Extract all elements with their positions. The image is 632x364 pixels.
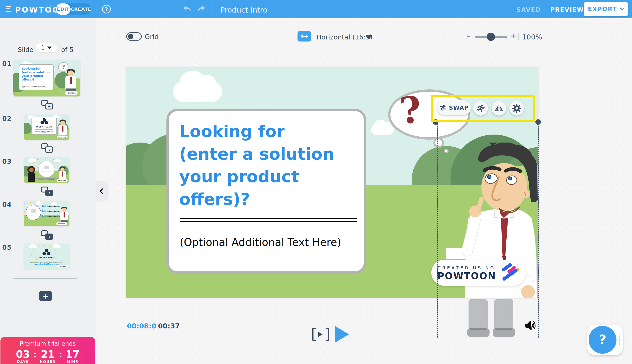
chevron-down-icon: [620, 6, 624, 10]
divider: [51, 5, 51, 14]
transition-button-4[interactable]: ➔: [41, 230, 53, 240]
orientation-dropdown[interactable]: Horizontal (16:9): [317, 33, 372, 41]
hamburger-menu-icon[interactable]: [6, 6, 12, 13]
thumb-insert-logo-label: INSERT LOGO: [24, 257, 69, 259]
cloud-graphic: [173, 82, 222, 102]
powtoon-watermark: POWTOON: [57, 264, 68, 268]
play-slide-button[interactable]: [326, 328, 329, 341]
trial-hours: 21HOURS: [40, 350, 56, 364]
play-slide-icon[interactable]: [318, 332, 323, 337]
edit-create-toggle[interactable]: EDIT CREATE: [56, 4, 91, 15]
transition-button-2[interactable]: ➔: [41, 143, 53, 153]
selection-handle[interactable]: [535, 119, 541, 125]
star-icon: ★: [56, 254, 58, 256]
zoom-slider-knob[interactable]: [487, 32, 495, 41]
transition-button-1[interactable]: ➔: [41, 100, 53, 110]
powtoon-watermark: POWTOON: [65, 91, 78, 95]
caret-down-icon[interactable]: [365, 35, 373, 40]
powtoon-watermark: POWTOON: [57, 179, 68, 182]
orientation-icon[interactable]: [297, 31, 311, 42]
thumb-point-row: 2Point number two: [42, 210, 61, 212]
add-slide-button[interactable]: +: [39, 291, 52, 301]
zoom-in-button[interactable]: +: [511, 32, 517, 40]
sidebar-collapse-button[interactable]: [96, 181, 108, 201]
help-fab-button[interactable]: ?: [589, 326, 616, 354]
help-icon[interactable]: ?: [102, 5, 111, 14]
play-slide-button[interactable]: [312, 328, 316, 341]
slide-count-label: of 5: [61, 46, 74, 54]
heading-line-1: Looking for: [179, 120, 285, 143]
colon: :: [33, 350, 37, 360]
trial-countdown: Premium trial ends 03DAYS : 21HOURS : 17…: [1, 337, 95, 364]
thumb-question-mark: ?: [62, 64, 65, 70]
thumb-heading-line: your product: [22, 74, 50, 78]
thumb-character-man: [60, 207, 68, 222]
grid-toggle[interactable]: [126, 32, 142, 40]
slide-number-3: 03: [2, 158, 12, 165]
thumb-heading-line: offers)?: [22, 78, 50, 82]
divider: [518, 33, 519, 40]
zoom-value: 100%: [522, 33, 542, 41]
export-button[interactable]: EXPORT: [584, 2, 628, 16]
slide-thumbnail-5[interactable]: ★★★★★★★★★ INSERT LOGO Would you like to …: [24, 244, 69, 269]
star-icon: ★: [34, 162, 36, 164]
flip-button[interactable]: [492, 101, 506, 116]
thumb-insert-image-label: INSERT IMAGE: [39, 170, 55, 172]
thought-bubble-small: [444, 149, 449, 153]
fab-drag-handle[interactable]: [619, 336, 620, 344]
slide-picker-label: Slide: [18, 46, 33, 54]
slide-number-5: 05: [2, 244, 12, 251]
badge-line1: CREATED USING: [437, 265, 496, 270]
thumb-subtext: Would you like to learn more about (prod…: [27, 261, 66, 263]
tab-edit[interactable]: EDIT: [56, 4, 71, 15]
swap-button[interactable]: SWAP: [437, 100, 471, 115]
leg-graphic: [469, 299, 488, 330]
slide-picker-dropdown[interactable]: 1: [36, 43, 57, 52]
divider: [97, 5, 97, 14]
star-icon: ★: [36, 201, 38, 203]
thumb-insert-image-circle: INSERT IMAGE: [38, 160, 55, 178]
transition-button-3[interactable]: ➔: [41, 186, 53, 196]
star-icon: ★: [37, 159, 39, 161]
trial-mins: 17MINS: [66, 350, 80, 364]
sidebar-divider: [13, 278, 77, 279]
transition-arrow-icon: ➔: [45, 190, 53, 196]
slide-thumbnail-2[interactable]: INSERT LOGO Insert a hook line about the…: [24, 114, 69, 140]
heading-line-3: your product: [179, 165, 299, 188]
undo-icon[interactable]: [183, 4, 192, 14]
powtoon-watermark: POWTOON: [56, 222, 67, 225]
shoe-graphic: [467, 328, 490, 337]
project-title[interactable]: Product Intro: [220, 6, 267, 14]
slide-thumbnail-4[interactable]: ★★★★★★★★ INSERT IMAGE 1Point number one …: [24, 201, 69, 226]
zoom-out-button[interactable]: [467, 36, 470, 37]
slide-number-1: 01: [2, 60, 12, 68]
powtoon-editor: POWTOON EDIT CREATE ? Product Intro SAVE…: [0, 0, 632, 364]
slide-thumbnail-3[interactable]: ★★★★★ INSERT IMAGE Introduce your produc…: [24, 157, 69, 183]
top-bar: POWTOON EDIT CREATE ? Product Intro SAVE…: [0, 0, 632, 18]
colon: :: [59, 350, 62, 360]
time-separator: |: [153, 322, 155, 330]
tab-create[interactable]: CREATE: [71, 4, 91, 15]
thumb-subtext: Insert a hook line about the product: [34, 130, 54, 134]
swap-label: SWAP: [449, 104, 469, 111]
cloud-graphic: [371, 125, 394, 135]
redo-icon[interactable]: [196, 4, 206, 14]
play-button[interactable]: [335, 326, 349, 342]
question-mark: ?: [398, 91, 423, 130]
shoe-graphic: [493, 328, 515, 337]
divider: [542, 5, 542, 14]
volume-icon[interactable]: [524, 320, 537, 332]
text-card[interactable]: Looking for (enter a solution your produ…: [166, 109, 366, 274]
animate-button[interactable]: [473, 101, 488, 116]
star-icon: ★: [33, 249, 34, 251]
star-icon: ★: [50, 246, 52, 248]
thumb-heading-line: (enter a solution: [22, 70, 50, 74]
preview-button[interactable]: PREVIEW: [550, 6, 584, 13]
selection-border-right: [538, 122, 539, 338]
chevron-left-icon: [99, 188, 105, 194]
caret-down-icon: [47, 46, 52, 49]
settings-button[interactable]: [509, 101, 524, 116]
thumb-insert-image-label: INSERT IMAGE: [26, 214, 41, 216]
slide-thumbnail-1[interactable]: ? Looking for (enter a solution your pro…: [13, 60, 80, 96]
divider: [211, 5, 211, 14]
